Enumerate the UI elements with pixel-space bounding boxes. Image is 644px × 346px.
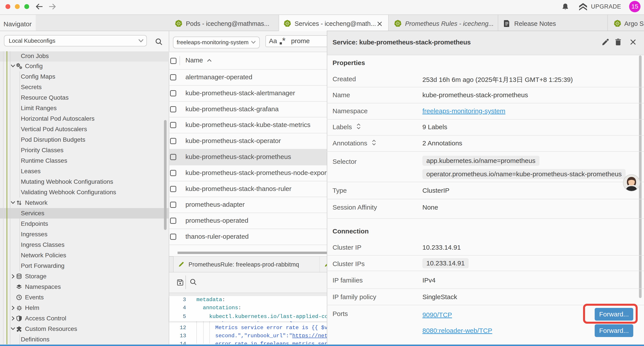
svg-text:HELM: HELM <box>17 307 22 309</box>
